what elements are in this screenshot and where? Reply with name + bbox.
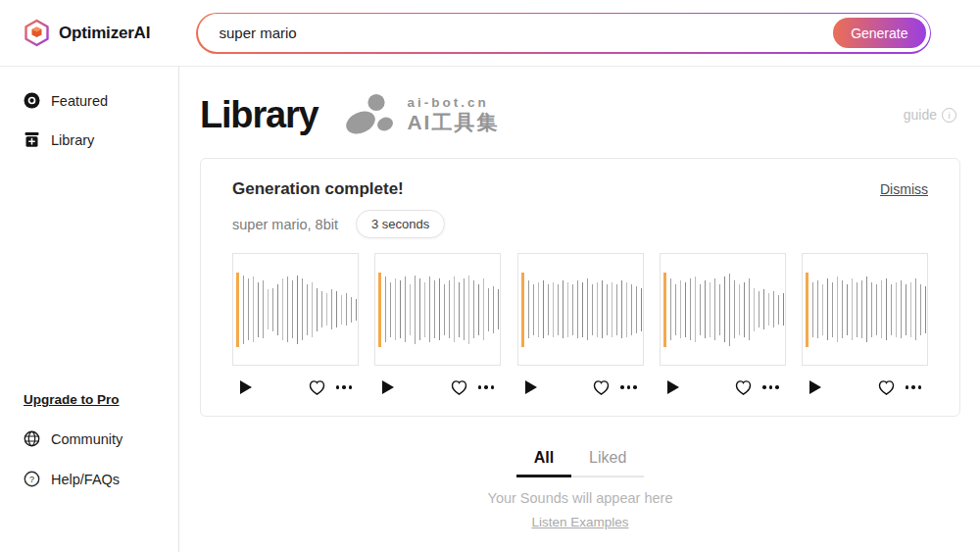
- sound-tile: [232, 253, 359, 396]
- page-title: Library: [200, 94, 318, 136]
- brand-name: OptimizerAI: [59, 24, 150, 43]
- more-options-button[interactable]: [478, 385, 495, 389]
- heart-icon: [877, 378, 896, 396]
- svg-text:?: ?: [29, 475, 34, 484]
- three-dots-icon: [478, 385, 495, 389]
- playhead-marker: [236, 273, 239, 347]
- topbar: OptimizerAI Generate: [0, 0, 980, 67]
- prompt-search-bar: Generate: [196, 13, 931, 54]
- sidebar-item-label: Library: [51, 132, 94, 148]
- sidebar-item-label: Featured: [51, 93, 108, 109]
- ai-bot-blob-logo-icon: [343, 92, 396, 137]
- tab-all[interactable]: All: [516, 439, 571, 477]
- dismiss-link[interactable]: Dismiss: [880, 181, 928, 197]
- like-button[interactable]: [450, 378, 468, 396]
- generate-button[interactable]: Generate: [833, 18, 925, 48]
- waveform-bars: [670, 274, 784, 346]
- globe-icon: [24, 430, 40, 447]
- waveform-preview[interactable]: [374, 253, 501, 366]
- prompt-text: super mario, 8bit: [232, 217, 338, 232]
- watermark-cjk: AI工具集: [407, 111, 499, 134]
- sidebar-item-label: Community: [51, 431, 122, 447]
- three-dots-icon: [336, 385, 353, 389]
- play-icon: [666, 379, 680, 395]
- library-tabs: All Liked: [200, 439, 960, 477]
- play-button[interactable]: [666, 379, 680, 395]
- sidebar-item-community[interactable]: Community: [0, 423, 178, 455]
- waveform-bars: [528, 278, 642, 340]
- brand-logo-icon: [24, 19, 50, 47]
- disc-icon: [24, 92, 40, 109]
- sidebar-bottom: Upgrade to Pro Community ? Help/FAQs: [0, 384, 178, 495]
- play-button[interactable]: [381, 379, 395, 395]
- three-dots-icon: [620, 385, 637, 389]
- like-button[interactable]: [592, 378, 611, 396]
- heart-icon: [450, 378, 468, 396]
- sidebar-item-featured[interactable]: Featured: [0, 84, 178, 117]
- play-icon: [808, 379, 822, 395]
- playhead-marker: [521, 273, 524, 347]
- waveform-bars: [812, 276, 926, 342]
- three-dots-icon: [762, 385, 779, 389]
- playhead-marker: [378, 273, 381, 347]
- play-icon: [381, 379, 395, 395]
- play-icon: [239, 379, 253, 395]
- waveform-preview[interactable]: [232, 253, 359, 366]
- sidebar-item-library[interactable]: Library: [0, 124, 178, 156]
- question-circle-icon: ?: [24, 471, 40, 487]
- sound-tile: [517, 253, 644, 396]
- heart-icon: [592, 378, 611, 396]
- sound-tiles: [232, 253, 928, 396]
- search-input[interactable]: [218, 24, 830, 42]
- guide-label: guide: [904, 107, 937, 123]
- watermark-domain: ai-bot.cn: [407, 95, 499, 111]
- like-button[interactable]: [877, 378, 896, 396]
- like-button[interactable]: [308, 378, 326, 396]
- watermark: ai-bot.cn AI工具集: [343, 92, 499, 137]
- play-button[interactable]: [808, 379, 822, 395]
- like-button[interactable]: [734, 378, 753, 396]
- listen-examples-link[interactable]: Listen Examples: [200, 515, 960, 529]
- upgrade-to-pro-link[interactable]: Upgrade to Pro: [0, 384, 178, 415]
- sound-tile: [660, 253, 786, 396]
- more-options-button[interactable]: [762, 385, 779, 389]
- sidebar-item-help[interactable]: ? Help/FAQs: [0, 463, 178, 495]
- playhead-marker: [806, 273, 808, 347]
- heart-icon: [308, 378, 326, 396]
- main-content: Library ai-bot.cn AI工具集 guide i Gene: [179, 67, 980, 552]
- three-dots-icon: [906, 385, 922, 389]
- waveform-bars: [243, 276, 357, 344]
- sidebar-item-label: Help/FAQs: [51, 472, 120, 487]
- waveform-preview[interactable]: [802, 253, 928, 366]
- sound-tile: [374, 253, 501, 396]
- more-options-button[interactable]: [336, 385, 353, 389]
- sound-tile: [802, 253, 928, 396]
- generation-complete-card: Generation complete! Dismiss super mario…: [200, 158, 960, 417]
- guide-link[interactable]: guide i: [904, 107, 956, 123]
- brand: OptimizerAI: [24, 19, 196, 47]
- empty-state-hint: Your Sounds will appear here: [200, 490, 960, 506]
- info-circle-icon: i: [942, 108, 956, 123]
- archive-box-plus-icon: [24, 131, 40, 148]
- waveform-preview[interactable]: [517, 253, 644, 366]
- play-icon: [524, 379, 538, 395]
- heart-icon: [734, 378, 753, 396]
- waveform-bars: [385, 276, 499, 344]
- play-button[interactable]: [239, 379, 253, 395]
- play-button[interactable]: [524, 379, 538, 395]
- playhead-marker: [663, 273, 666, 347]
- more-options-button[interactable]: [620, 385, 637, 389]
- sidebar: Featured Library Upgrade to Pro Communit…: [0, 67, 179, 552]
- tab-liked[interactable]: Liked: [571, 439, 644, 477]
- duration-badge: 3 seconds: [356, 210, 445, 238]
- more-options-button[interactable]: [906, 385, 922, 389]
- waveform-preview[interactable]: [660, 253, 786, 366]
- card-title: Generation complete!: [232, 179, 404, 199]
